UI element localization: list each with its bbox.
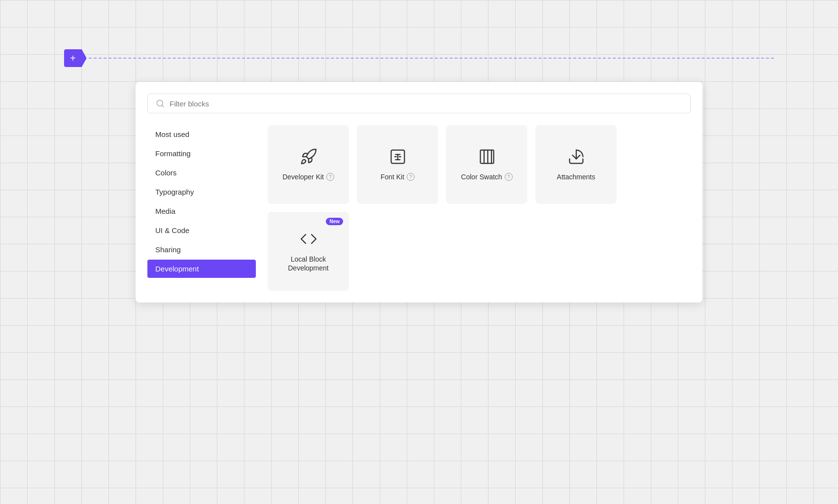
sidebar-item-typography[interactable]: Typography <box>147 183 256 201</box>
block-card-color-swatch[interactable]: Color Swatch ? <box>446 125 527 204</box>
main-container: + Most used Formatting Colors Typography <box>64 49 774 430</box>
search-icon <box>156 99 165 108</box>
search-bar <box>147 94 691 113</box>
sidebar-item-development[interactable]: Development <box>147 260 256 278</box>
attachments-icon <box>567 148 585 166</box>
font-kit-icon <box>389 148 407 166</box>
dashed-divider <box>89 58 774 59</box>
svg-line-1 <box>162 105 163 106</box>
sidebar-item-colors[interactable]: Colors <box>147 164 256 182</box>
add-block-button[interactable]: + <box>64 49 87 67</box>
block-card-font-kit[interactable]: Font Kit ? <box>357 125 438 204</box>
picker-body: Most used Formatting Colors Typography M… <box>147 125 691 291</box>
sidebar-item-formatting[interactable]: Formatting <box>147 144 256 163</box>
plus-icon: + <box>70 53 76 63</box>
sidebar: Most used Formatting Colors Typography M… <box>147 125 256 291</box>
block-card-attachments[interactable]: Attachments <box>535 125 617 204</box>
block-row-2: New Local BlockDevelopment <box>268 212 679 291</box>
code-icon <box>300 230 317 248</box>
add-block-row: + <box>64 49 774 67</box>
sidebar-item-most-used[interactable]: Most used <box>147 125 256 143</box>
block-card-local-block-dev[interactable]: New Local BlockDevelopment <box>268 212 349 291</box>
search-input[interactable] <box>170 100 682 108</box>
color-swatch-icon <box>478 148 496 166</box>
sidebar-item-sharing[interactable]: Sharing <box>147 240 256 259</box>
new-badge: New <box>326 218 343 225</box>
rocket-icon <box>300 148 317 166</box>
local-block-dev-label: Local BlockDevelopment <box>288 255 329 272</box>
attachments-label: Attachments <box>557 172 595 181</box>
block-picker-panel: Most used Formatting Colors Typography M… <box>136 82 702 302</box>
developer-kit-label: Developer Kit ? <box>282 172 334 181</box>
block-card-developer-kit[interactable]: Developer Kit ? <box>268 125 349 204</box>
color-swatch-label: Color Swatch ? <box>461 172 512 181</box>
color-swatch-help-icon[interactable]: ? <box>505 173 513 181</box>
sidebar-item-ui-code[interactable]: UI & Code <box>147 221 256 239</box>
block-row-1: Developer Kit ? <box>268 125 679 204</box>
blocks-content-area: Developer Kit ? <box>256 125 691 291</box>
font-kit-label: Font Kit ? <box>381 172 415 181</box>
font-kit-help-icon[interactable]: ? <box>407 173 415 181</box>
developer-kit-help-icon[interactable]: ? <box>326 173 334 181</box>
sidebar-item-media[interactable]: Media <box>147 202 256 220</box>
